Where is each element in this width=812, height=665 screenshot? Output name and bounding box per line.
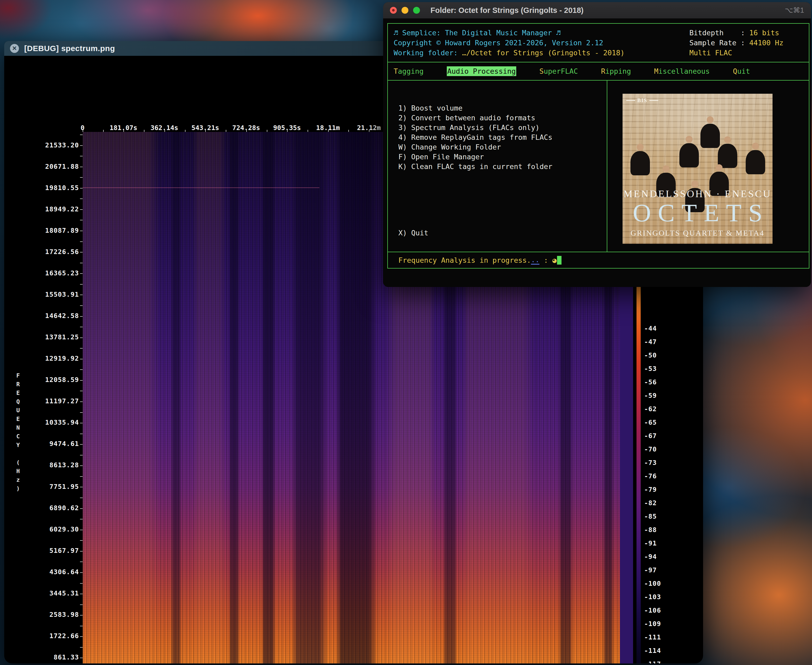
db-tick: -94 — [644, 554, 676, 560]
app-header-panel: ♬ Semplice: The Digital Music Manager ♬ … — [387, 23, 809, 62]
spectrogram-window-title: [DEBUG] spectrum.png — [24, 44, 115, 53]
menu-option[interactable]: 3) Spectrum Analysis (FLACs only) — [399, 123, 552, 133]
db-tick: -111 — [644, 634, 676, 641]
spectral-artifact-line — [83, 187, 319, 188]
menu-option[interactable]: 2) Convert between audio formats — [399, 113, 552, 123]
frequency-tickmarks — [80, 134, 83, 663]
menu-tab[interactable]: SuperFLAC — [539, 67, 578, 75]
close-button[interactable] — [390, 7, 397, 14]
options-list: 1) Boost volume2) Convert between audio … — [399, 103, 552, 171]
freq-tick: 9474.61 — [49, 441, 79, 447]
terminal-titlebar[interactable]: Folder: Octet for Strings (Gringolts - 2… — [383, 2, 811, 18]
freq-tick: 12919.92 — [45, 355, 79, 362]
freq-tick: 13781.25 — [45, 334, 79, 341]
close-icon[interactable]: ✕ — [10, 44, 19, 53]
freq-tick: 19810.55 — [45, 185, 79, 192]
menu-tab[interactable]: Quit — [733, 67, 750, 75]
desktop: ✕ [DEBUG] spectrum.png 21533.2020671.881… — [0, 0, 812, 665]
menu-tab[interactable]: Tagging — [394, 67, 424, 75]
db-tick: -100 — [644, 580, 676, 587]
db-tick: -65 — [644, 419, 676, 426]
musician-silhouette — [680, 136, 699, 167]
samplerate-value: 44100 Hz — [749, 39, 784, 47]
musician-silhouette — [701, 116, 720, 148]
db-tick: -47 — [644, 339, 676, 346]
spinner-icon: ◕ — [552, 256, 557, 264]
minimize-button[interactable] — [402, 7, 408, 14]
menu-option[interactable]: 4) Remove ReplayGain tags from FLACs — [399, 133, 552, 142]
freq-tick: 18949.22 — [45, 206, 79, 213]
audio-info-panel: Bitdepth : 16 bits Sample Rate : 44100 H… — [689, 28, 784, 58]
album-artists: GRINGOLTS QUARTET & META4 — [622, 229, 773, 238]
db-tick: -97 — [644, 567, 676, 574]
freq-tick: 1722.66 — [49, 632, 79, 639]
format-value: Multi FLAC — [689, 48, 784, 58]
freq-tick: 2583.98 — [49, 611, 79, 618]
menu-option[interactable]: K) Clean FLAC tags in current folder — [399, 162, 552, 171]
menu-option[interactable]: F) Open File Manager — [399, 152, 552, 162]
freq-tick: 15503.91 — [45, 291, 79, 298]
freq-tick: 8613.28 — [49, 462, 79, 468]
db-tick: -67 — [644, 432, 676, 439]
working-folder-label: Working folder: — [394, 49, 462, 57]
menu-tab[interactable]: Miscellaneous — [654, 67, 710, 75]
menu-option[interactable]: W) Change Working Folder — [399, 142, 552, 152]
db-tick: -114 — [644, 647, 676, 654]
samplerate-line: Sample Rate : 44100 Hz — [689, 38, 784, 48]
album-cover: BIS MENDELSSOHN · ENESCU OCTETS GRINGOLT… — [622, 94, 773, 244]
status-text: Frequency Analysis in progress. — [399, 256, 531, 264]
freq-tick: 20671.88 — [45, 163, 79, 170]
menu-bar: TaggingAudio ProcessingSuperFLACRippingM… — [387, 62, 809, 80]
db-tick: -76 — [644, 473, 676, 480]
db-tick: -62 — [644, 406, 676, 413]
freq-tick: 6890.62 — [49, 504, 79, 511]
freq-tick: 3445.31 — [49, 590, 79, 597]
freq-tick: 12058.59 — [45, 377, 79, 383]
traffic-lights — [390, 7, 420, 14]
db-tick: -103 — [644, 594, 676, 601]
bis-logo: BIS — [626, 97, 658, 103]
zoom-button[interactable] — [413, 7, 420, 14]
album-title: OCTETS — [622, 198, 773, 228]
db-tick: -73 — [644, 459, 676, 466]
main-panel: 1) Boost volume2) Convert between audio … — [387, 80, 809, 252]
freq-tick: 10335.94 — [45, 419, 79, 426]
terminal-window: Folder: Octet for Strings (Gringolts - 2… — [383, 2, 811, 287]
album-composers: MENDELSSOHN · ENESCU — [622, 188, 773, 200]
db-tick: -70 — [644, 446, 676, 453]
db-tick: -91 — [644, 540, 676, 547]
db-tick: -53 — [644, 365, 676, 372]
quit-option[interactable]: X) Quit — [399, 228, 428, 238]
working-folder-path: …/Octet for Strings (Gringolts - 2018) — [462, 49, 625, 57]
db-tick: -50 — [644, 352, 676, 359]
freq-tick: 4306.64 — [49, 568, 79, 575]
menu-tab[interactable]: Audio Processing — [447, 66, 516, 76]
terminal-body: ♬ Semplice: The Digital Music Manager ♬ … — [383, 18, 811, 287]
freq-tick: 5167.97 — [49, 547, 79, 554]
terminal-cursor — [557, 256, 562, 265]
dbfs-axis-ticks: -44-47-50-53-56-59-62-65-67-70-73-76-79-… — [644, 325, 676, 663]
frequency-axis-label: FREQUENCY (Hz) — [15, 372, 21, 494]
musician-silhouette — [631, 144, 650, 175]
menu-tab[interactable]: Ripping — [601, 67, 631, 75]
bitdepth-value: 16 bits — [749, 29, 779, 37]
status-bar: Frequency Analysis in progress... : ◕ — [387, 252, 809, 269]
freq-tick: 14642.58 — [45, 313, 79, 319]
db-tick: -56 — [644, 379, 676, 386]
bitdepth-line: Bitdepth : 16 bits — [689, 28, 784, 38]
db-tick: -109 — [644, 621, 676, 627]
freq-tick: 18087.89 — [45, 227, 79, 234]
db-tick: -59 — [644, 392, 676, 399]
status-ellipsis-link[interactable]: .. — [531, 256, 540, 265]
freq-tick: 7751.95 — [49, 483, 79, 490]
db-tick: -82 — [644, 500, 676, 506]
menu-option[interactable]: 1) Boost volume — [399, 103, 552, 113]
freq-tick: 6029.30 — [49, 526, 79, 533]
window-shortcut-badge: ⌥⌘1 — [785, 6, 804, 15]
db-tick: -88 — [644, 527, 676, 533]
freq-tick: 16365.23 — [45, 270, 79, 277]
db-tick: -79 — [644, 486, 676, 493]
musician-silhouette — [746, 142, 765, 174]
freq-tick: 17226.56 — [45, 249, 79, 256]
db-tick: -106 — [644, 607, 676, 614]
